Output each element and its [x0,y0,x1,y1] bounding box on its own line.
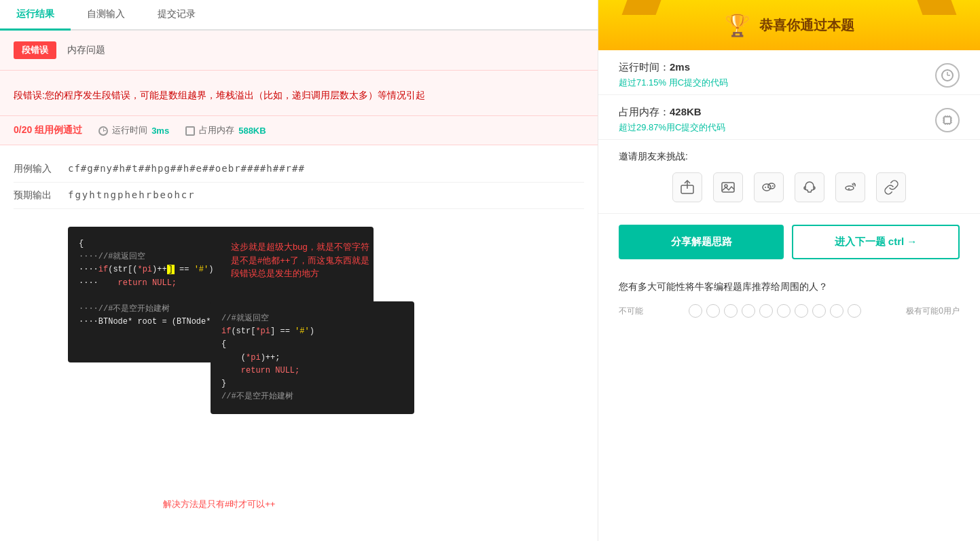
survey-dot-7[interactable] [795,304,808,318]
io-input-label: 用例输入 [14,163,68,175]
share-icon-qq[interactable] [795,172,824,202]
survey-high-label: 极有可能0用户 [906,305,960,317]
survey-dot-8[interactable] [812,304,826,318]
chip-icon [185,126,195,136]
tab-submit-history[interactable]: 提交记录 [141,0,212,31]
svg-point-24 [769,185,771,187]
memory-value: 588KB [238,126,266,136]
trophy-icon: 🏆 [724,12,751,38]
right-panel: 🏆 恭喜你通过本题 运行时间：2ms 超过71.15% 用C提交的代码 [598,0,980,541]
survey-section: 您有多大可能性将牛客编程题库推荐给周围的人？ 不可能 极有可能0用户 [598,270,980,331]
share-section: 邀请朋友来挑战: [598,140,980,214]
survey-title: 您有多大可能性将牛客编程题库推荐给周围的人？ [619,281,960,293]
share-icon-export[interactable] [672,172,702,202]
survey-dots [689,304,861,318]
survey-dot-1[interactable] [689,304,702,318]
right-memory-sub: 超过29.87%用C提交的代码 [619,122,725,134]
congratulations-text: 恭喜你通过本题 [759,16,854,35]
error-message-section: 段错误:您的程序发生段错误，可能是数组越界，堆栈溢出（比如，递归调用层数太多）等… [0,71,598,116]
tab-self-test[interactable]: 自测输入 [71,0,141,31]
next-problem-button[interactable]: 进入下一题 ctrl → [792,225,960,259]
stats-pass: 0/20 组用例通过 [14,124,82,136]
stats-runtime: 运行时间 3ms [98,124,169,136]
svg-point-25 [772,185,774,187]
share-icons-row [619,172,960,202]
right-runtime-sub: 超过71.15% 用C提交的代码 [619,77,728,89]
share-solution-button[interactable]: 分享解题思路 [619,225,784,259]
right-runtime-label: 运行时间：2ms [619,61,728,74]
right-memory-label: 占用内存：428KB [619,106,725,119]
memory-label: 占用内存 [199,124,234,136]
svg-point-22 [765,187,766,188]
io-output-value: fgyhtngphehrbeohcr [68,189,196,200]
trophy-banner: 🏆 恭喜你通过本题 [598,0,980,50]
stats-memory: 占用内存 588KB [185,124,266,136]
survey-dot-10[interactable] [848,304,861,318]
runtime-value: 3ms [151,126,169,136]
svg-point-20 [763,184,771,191]
io-output-row: 预期输出 fgyhtngphehrbeohcr [14,183,584,209]
left-panel: 运行结果 自测输入 提交记录 段错误 内存问题 段错误:您的程序发生段错误，可能… [0,0,598,541]
error-badge: 段错误 [14,41,56,59]
code-block-secondary: //#就返回空 if(str[*pi] == '#') { (*pi)++; r… [211,301,414,414]
right-memory-value: 428KB [670,106,702,117]
error-section: 段错误 内存问题 [0,31,598,71]
share-icon-wechat[interactable] [754,172,784,202]
survey-dot-2[interactable] [706,304,720,318]
stats-row: 0/20 组用例通过 运行时间 3ms 占用内存 588KB [0,116,598,145]
svg-point-23 [767,187,769,188]
error-message: 段错误:您的程序发生段错误，可能是数组越界，堆栈溢出（比如，递归调用层数太多）等… [14,90,584,107]
clock-stat-icon [935,63,960,88]
survey-dot-4[interactable] [742,304,755,318]
svg-point-26 [848,188,850,189]
survey-dot-9[interactable] [830,304,843,318]
survey-low-label: 不可能 [619,305,643,317]
error-label: 内存问题 [67,44,105,56]
code-area: { ····//#就返回空 ····if(str[(*pi)++] == '#'… [0,220,598,524]
share-icon-link[interactable] [876,172,906,202]
io-input-row: 用例输入 cf#g#ny#h#t##hpg##h#e##oebr####h##r… [14,156,584,183]
runtime-label: 运行时间 [112,124,147,136]
share-icon-image[interactable] [713,172,743,202]
survey-scale: 不可能 极有可能0用户 [619,301,960,320]
svg-rect-3 [944,117,951,124]
right-memory-section: 占用内存：428KB 超过29.87%用C提交的代码 [598,95,980,140]
io-input-value: cf#g#ny#h#t##hpg##h#e##oebr####h##r## [68,163,305,174]
right-runtime-value: 2ms [670,61,690,73]
io-output-label: 预期输出 [14,189,68,202]
right-runtime-section: 运行时间：2ms 超过71.15% 用C提交的代码 [598,50,980,95]
tab-run-result[interactable]: 运行结果 [0,0,71,31]
clock-icon [98,126,108,136]
svg-point-21 [768,183,775,189]
survey-dot-3[interactable] [724,304,738,318]
chip-stat-icon [935,108,960,132]
io-section: 用例输入 cf#g#ny#h#t##hpg##h#e##oebr####h##r… [0,145,598,220]
share-title: 邀请朋友来挑战: [619,151,960,163]
error-badge-row: 段错误 内存问题 [14,41,584,59]
survey-dot-6[interactable] [777,304,791,318]
survey-dot-5[interactable] [759,304,773,318]
action-buttons: 分享解题思路 进入下一题 ctrl → [598,214,980,270]
share-icon-weibo[interactable] [835,172,865,202]
tabs-bar: 运行结果 自测输入 提交记录 [0,0,598,31]
annotation-bubble: 这步就是超级大bug，就是不管字符 是不是#他都++了，而这鬼东西就是 段错误总… [231,240,401,280]
annotation-bottom: 解决方法是只有#时才可以++ [68,498,584,510]
